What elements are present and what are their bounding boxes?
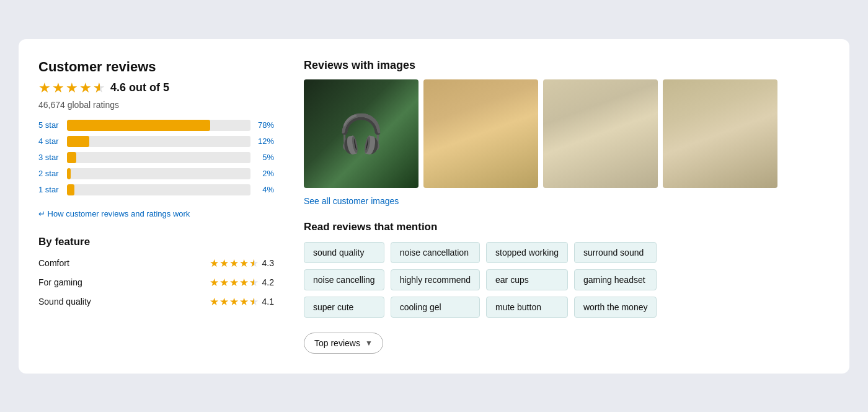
feature-row: For gaming★★★★★4.2 — [38, 276, 274, 289]
feature-stars: ★★★★★ — [210, 257, 259, 270]
sort-dropdown[interactable]: Top reviews ▼ — [304, 333, 383, 354]
feature-star-half: ★ — [249, 295, 259, 308]
feature-star-half: ★ — [249, 257, 259, 270]
feature-star-filled: ★ — [219, 276, 229, 289]
star-5-half: ★ — [93, 80, 105, 96]
feature-name: For gaming — [38, 277, 94, 287]
bar-pct[interactable]: 78% — [255, 120, 274, 130]
bar-fill — [67, 152, 76, 163]
bar-fill — [67, 136, 89, 147]
star-4: ★ — [79, 80, 92, 96]
bar-track — [67, 136, 250, 147]
star-3: ★ — [66, 80, 78, 96]
bar-label[interactable]: 1 star — [38, 185, 62, 194]
bar-track — [67, 184, 250, 195]
feature-stars: ★★★★★ — [210, 295, 259, 308]
reviews-card: Customer reviews ★ ★ ★ ★ ★ 4.6 out of 5 … — [19, 39, 849, 374]
features-list: Comfort★★★★★4.3For gaming★★★★★4.2Sound q… — [38, 257, 274, 308]
bar-fill — [67, 168, 71, 179]
feature-score: 4.2 — [262, 277, 274, 287]
bar-pct[interactable]: 4% — [255, 185, 274, 194]
global-ratings: 46,674 global ratings — [38, 100, 274, 110]
feature-stars-row: ★★★★★4.3 — [210, 257, 274, 270]
mention-title: Read reviews that mention — [304, 221, 830, 233]
feature-star-filled: ★ — [229, 257, 239, 270]
chevron-down-icon: ▼ — [365, 339, 373, 347]
bar-pct[interactable]: 2% — [255, 169, 274, 178]
bar-label[interactable]: 4 star — [38, 137, 62, 146]
rating-bars: 5 star78%4 star12%3 star5%2 star2%1 star… — [38, 120, 274, 195]
right-column: Reviews with images See all customer ima… — [304, 59, 830, 354]
images-section-title: Reviews with images — [304, 59, 830, 72]
feature-star-filled: ★ — [229, 295, 239, 308]
review-images-row — [304, 79, 830, 188]
bar-row: 2 star2% — [38, 168, 274, 179]
bar-row: 4 star12% — [38, 136, 274, 147]
bar-label[interactable]: 5 star — [38, 120, 62, 130]
review-image-2[interactable] — [423, 79, 538, 188]
overall-rating-text: 4.6 out of 5 — [110, 81, 169, 94]
mention-tag[interactable]: mute button — [486, 297, 568, 318]
feature-star-filled: ★ — [239, 295, 249, 308]
bar-track — [67, 168, 250, 179]
section-title: Customer reviews — [38, 59, 274, 75]
feature-name: Comfort — [38, 258, 94, 268]
feature-row: Sound quality★★★★★4.1 — [38, 295, 274, 308]
mention-tag[interactable]: cooling gel — [391, 297, 480, 318]
review-image-4[interactable] — [663, 79, 777, 188]
overall-stars: ★ ★ ★ ★ ★ — [38, 80, 105, 96]
bar-track — [67, 152, 250, 163]
mention-tag[interactable]: noise cancellation — [391, 242, 480, 263]
feature-score: 4.1 — [262, 297, 274, 307]
mention-tag[interactable]: sound quality — [304, 242, 384, 263]
mention-tag[interactable]: super cute — [304, 297, 384, 318]
feature-star-filled: ★ — [210, 276, 219, 289]
mention-tag[interactable]: highly recommend — [391, 269, 480, 290]
bar-row: 1 star4% — [38, 184, 274, 195]
feature-stars-row: ★★★★★4.2 — [210, 276, 274, 289]
mention-tag[interactable]: stopped working — [486, 242, 568, 263]
bar-track — [67, 120, 250, 131]
feature-score: 4.3 — [262, 258, 274, 268]
star-2: ★ — [52, 80, 64, 96]
bar-row: 3 star5% — [38, 152, 274, 163]
mention-tags: sound qualitynoise cancellationstopped w… — [304, 242, 830, 318]
mention-tag[interactable]: surround sound — [574, 242, 657, 263]
feature-star-filled: ★ — [229, 276, 239, 289]
bar-pct[interactable]: 12% — [255, 137, 274, 146]
by-feature-title: By feature — [38, 236, 274, 248]
bar-label[interactable]: 2 star — [38, 169, 62, 178]
review-image-3[interactable] — [543, 79, 658, 188]
feature-name: Sound quality — [38, 297, 94, 307]
feature-stars: ★★★★★ — [210, 276, 259, 289]
sort-label: Top reviews — [314, 338, 360, 348]
feature-star-filled: ★ — [219, 295, 229, 308]
overall-stars-row: ★ ★ ★ ★ ★ 4.6 out of 5 — [38, 80, 274, 96]
feature-stars-row: ★★★★★4.1 — [210, 295, 274, 308]
see-all-images-link[interactable]: See all customer images — [304, 196, 399, 206]
mention-tag[interactable]: ear cups — [486, 269, 568, 290]
bar-fill — [67, 120, 210, 131]
feature-star-half: ★ — [249, 276, 259, 289]
star-1: ★ — [38, 80, 51, 96]
feature-star-filled: ★ — [210, 295, 219, 308]
review-image-1[interactable] — [304, 79, 418, 188]
bar-label[interactable]: 3 star — [38, 153, 62, 162]
feature-star-filled: ★ — [219, 257, 229, 270]
bar-row: 5 star78% — [38, 120, 274, 131]
feature-row: Comfort★★★★★4.3 — [38, 257, 274, 270]
bar-pct[interactable]: 5% — [255, 153, 274, 162]
how-reviews-work-link[interactable]: ↵ How customer reviews and ratings work — [38, 209, 190, 218]
mention-tag[interactable]: worth the money — [574, 297, 657, 318]
feature-star-filled: ★ — [239, 257, 249, 270]
feature-star-filled: ★ — [210, 257, 219, 270]
feature-star-filled: ★ — [239, 276, 249, 289]
left-column: Customer reviews ★ ★ ★ ★ ★ 4.6 out of 5 … — [38, 59, 274, 354]
mention-tag[interactable]: gaming headset — [574, 269, 657, 290]
mention-tag[interactable]: noise cancelling — [304, 269, 384, 290]
bar-fill — [67, 184, 74, 195]
